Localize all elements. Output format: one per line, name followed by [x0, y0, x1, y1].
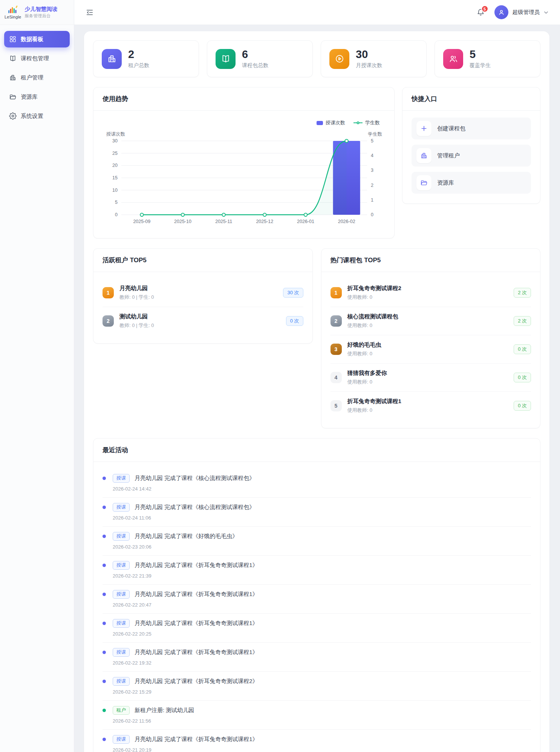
- quick-entry-body: 创建课程包 管理租户: [402, 111, 540, 203]
- user-name[interactable]: 超级管理员: [513, 9, 540, 16]
- hot-packages-card: 热门课程包 TOP5 1 折耳兔奇奇测试课程2 使用教师: 0 2 次: [321, 248, 541, 428]
- activity-dot-icon: [103, 622, 106, 625]
- activity-dot-icon: [103, 477, 106, 480]
- sidebar: LeSingle 少儿智慧阅读 服务管理后台 数据看板 课程包管理: [0, 0, 74, 752]
- trend-and-quick-row: 使用趋势 授课次数 学生数 051015202530012345授课次数学生数2…: [93, 87, 540, 238]
- activity-type-tag: 授课: [113, 561, 130, 570]
- rank-badge: 5: [330, 400, 342, 411]
- package-row[interactable]: 1 折耳兔奇奇测试课程2 使用教师: 0 2 次: [330, 279, 531, 307]
- svg-text:2025-09: 2025-09: [133, 219, 150, 224]
- stat-card-lessons: 30 月授课次数: [321, 40, 427, 77]
- sidebar-item-resources[interactable]: 资源库: [4, 89, 70, 105]
- activity-type-tag: 授课: [113, 648, 130, 657]
- usage-count-badge: 0 次: [286, 316, 303, 326]
- usage-count-badge: 30 次: [283, 288, 303, 298]
- svg-text:2026-02: 2026-02: [338, 219, 355, 224]
- sidebar-item-dashboard[interactable]: 数据看板: [4, 31, 70, 47]
- package-name: 折耳兔奇奇测试课程2: [347, 285, 401, 292]
- card-title: 使用趋势: [93, 87, 394, 111]
- stat-card-packages: 6 课程包总数: [207, 40, 313, 77]
- package-row[interactable]: 5 折耳兔奇奇测试课程1 使用教师: 0 0 次: [330, 391, 531, 420]
- quick-entry-resources[interactable]: 资源库: [412, 172, 531, 194]
- recent-activities-list: 授课 月亮幼儿园 完成了课程《核心流程测试课程包》 2026-02-24 14:…: [93, 462, 540, 752]
- activity-type-tag: 授课: [113, 532, 130, 541]
- top5-row: 活跃租户 TOP5 1 月亮幼儿园 教师: 0 | 学生: 0 30 次: [93, 248, 540, 428]
- logo-bars-icon: [7, 5, 18, 14]
- svg-text:30: 30: [112, 138, 118, 144]
- menu-fold-icon[interactable]: [86, 8, 94, 17]
- activity-dot-icon: [103, 564, 106, 567]
- activity-dot-icon: [103, 593, 106, 596]
- stat-value: 6: [242, 49, 268, 60]
- stat-label: 月授课次数: [356, 62, 382, 69]
- package-row[interactable]: 2 核心流程测试课程包 使用教师: 0 2 次: [330, 307, 531, 335]
- activity-dot-icon: [103, 680, 106, 683]
- card-title: 快捷入口: [402, 87, 540, 111]
- activity-text: 月亮幼儿园 完成了课程《核心流程测试课程包》: [135, 504, 255, 511]
- building-icon: [102, 49, 122, 69]
- sidebar-item-tenants[interactable]: 租户管理: [4, 69, 70, 86]
- package-info: 核心流程测试课程包 使用教师: 0: [347, 313, 398, 329]
- svg-text:2026-01: 2026-01: [297, 219, 314, 224]
- quick-entry-create-package[interactable]: 创建课程包: [412, 118, 531, 139]
- people-icon: [443, 49, 463, 69]
- activity-type-tag: 授课: [113, 619, 130, 628]
- tenant-row[interactable]: 2 测试幼儿园 教师: 0 | 学生: 0 0 次: [103, 307, 303, 335]
- activity-time: 2026-02-22 19:32: [113, 660, 531, 666]
- svg-text:20: 20: [112, 163, 118, 168]
- stat-label: 租户总数: [128, 62, 149, 69]
- usage-count-badge: 0 次: [514, 344, 531, 354]
- recent-activities-card: 最近活动 授课 月亮幼儿园 完成了课程《核心流程测试课程包》 2026-02-2…: [93, 438, 540, 752]
- avatar[interactable]: [494, 5, 508, 19]
- tenant-info: 测试幼儿园 教师: 0 | 学生: 0: [119, 313, 154, 329]
- sidebar-item-settings[interactable]: 系统设置: [4, 108, 70, 124]
- chevron-down-icon[interactable]: [543, 10, 549, 15]
- svg-text:5: 5: [115, 200, 118, 205]
- sidebar-item-label: 资源库: [21, 93, 38, 101]
- tenant-info: 月亮幼儿园 教师: 0 | 学生: 0: [119, 285, 154, 301]
- activity-text: 新租户注册: 测试幼儿园: [135, 707, 194, 714]
- header-right: 5 超级管理员: [477, 5, 549, 19]
- legend-label: 学生数: [365, 119, 380, 126]
- rank-badge: 2: [330, 315, 342, 327]
- legend-label: 授课次数: [326, 119, 345, 126]
- package-info: 折耳兔奇奇测试课程2 使用教师: 0: [347, 285, 401, 301]
- activity-row: 授课 月亮幼儿园 完成了课程《折耳兔奇奇测试课程1》 2026-02-22 19…: [103, 643, 531, 672]
- quick-entry-manage-tenants[interactable]: 管理租户: [412, 145, 531, 167]
- activity-text: 月亮幼儿园 完成了课程《折耳兔奇奇测试课程2》: [135, 678, 258, 685]
- line-series-marker: [353, 122, 363, 123]
- activity-dot-icon: [103, 651, 106, 654]
- tenant-name: 月亮幼儿园: [119, 285, 154, 292]
- tenant-row[interactable]: 1 月亮幼儿园 教师: 0 | 学生: 0 30 次: [103, 279, 303, 307]
- notification-bell-icon[interactable]: 5: [477, 8, 485, 16]
- stat-card-tenants: 2 租户总数: [93, 40, 199, 77]
- package-meta: 使用教师: 0: [347, 350, 381, 357]
- activity-time: 2026-02-23 20:06: [113, 544, 531, 550]
- legend-item-bar-series[interactable]: 授课次数: [317, 119, 345, 126]
- package-row[interactable]: 4 猜猜我有多爱你 使用教师: 0 0 次: [330, 363, 531, 391]
- sidebar-item-course-packages[interactable]: 课程包管理: [4, 50, 70, 67]
- gear-icon: [9, 112, 17, 120]
- book-icon: [216, 49, 236, 69]
- svg-text:2025-12: 2025-12: [256, 219, 273, 224]
- card-title: 最近活动: [93, 439, 540, 462]
- package-row[interactable]: 3 好饿的毛毛虫 使用教师: 0 0 次: [330, 335, 531, 363]
- quick-entry-label: 管理租户: [437, 152, 460, 159]
- sidebar-item-label: 系统设置: [21, 113, 43, 120]
- active-tenants-card: 活跃租户 TOP5 1 月亮幼儿园 教师: 0 | 学生: 0 30 次: [93, 248, 313, 344]
- sidebar-nav: 数据看板 课程包管理 租户管理: [0, 25, 74, 133]
- package-name: 核心流程测试课程包: [347, 313, 398, 320]
- bar-series-marker: [317, 121, 323, 125]
- stat-value: 5: [470, 49, 491, 60]
- activity-time: 2026-02-22 11:56: [113, 718, 531, 724]
- package-info: 折耳兔奇奇测试课程1 使用教师: 0: [347, 398, 401, 414]
- stat-value: 2: [128, 49, 149, 60]
- activity-row: 授课 月亮幼儿园 完成了课程《核心流程测试课程包》 2026-02-24 11:…: [103, 498, 531, 527]
- building-icon: [9, 74, 17, 81]
- rank-badge: 2: [103, 315, 114, 327]
- sidebar-item-label: 课程包管理: [21, 55, 49, 62]
- brand-text: 少儿智慧阅读 服务管理后台: [24, 6, 57, 19]
- stat-value: 30: [356, 49, 382, 60]
- legend-item-line-series[interactable]: 学生数: [353, 119, 380, 126]
- activity-dot-icon: [103, 535, 106, 538]
